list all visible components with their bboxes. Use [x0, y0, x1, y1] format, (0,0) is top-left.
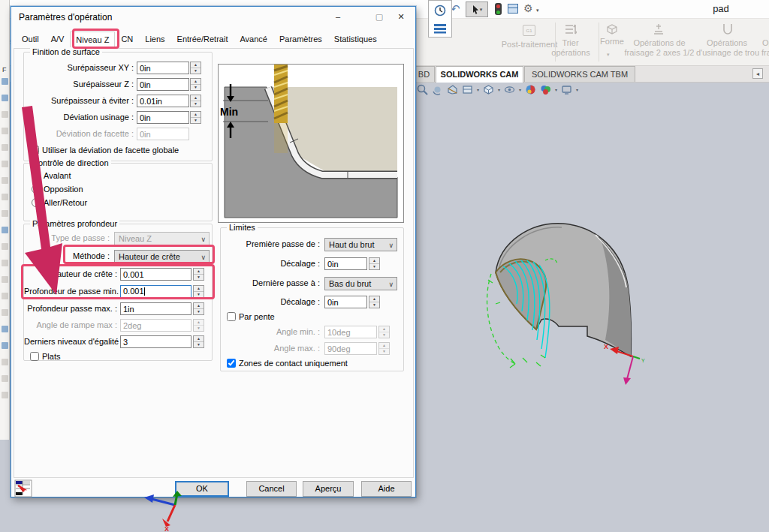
profondeur-passe-max-input[interactable]: [120, 302, 191, 315]
ribbon-sort-line1[interactable]: Trier: [550, 38, 591, 47]
cam-operation-icon[interactable]: [2, 111, 8, 118]
tab-outil[interactable]: Outil: [16, 31, 45, 47]
radio[interactable]: [32, 198, 41, 207]
shape-dropdown-caret-icon[interactable]: ▾: [607, 52, 610, 58]
cam-operation-icon[interactable]: [2, 276, 8, 283]
tab-statistiques[interactable]: Statistiques: [328, 31, 383, 47]
surepaisseur-z-input[interactable]: [137, 78, 189, 91]
zoom-fit-icon[interactable]: [416, 83, 429, 96]
dialog-titlebar[interactable]: Paramètres d'opération – ▢ ✕: [11, 7, 415, 28]
minimize-icon[interactable]: –: [324, 7, 352, 26]
gear-icon[interactable]: ⚙: [523, 2, 533, 14]
checkbox[interactable]: [30, 352, 39, 361]
annotation-views-caret-icon[interactable]: ▾: [477, 87, 479, 92]
cam-operation-icon[interactable]: [2, 194, 8, 200]
spinner[interactable]: ▲▼: [193, 302, 204, 315]
surepaisseur-xy-input[interactable]: [137, 62, 189, 74]
spinner[interactable]: ▲▼: [193, 268, 204, 281]
cam-operation-icon[interactable]: [2, 128, 8, 134]
derniere-passe-combo[interactable]: Bas du brut ∨: [324, 277, 397, 290]
premiere-passe-combo[interactable]: Haut du brut ∨: [324, 238, 397, 251]
tab-entree-retrait[interactable]: Entrée/Retrait: [171, 31, 234, 47]
cam-operation-icon[interactable]: [2, 392, 8, 398]
derniers-niveaux-input[interactable]: [120, 335, 191, 348]
annotation-views-icon[interactable]: [461, 83, 474, 96]
close-icon[interactable]: ✕: [387, 7, 415, 26]
tab-niveau-z[interactable]: Niveau Z: [70, 32, 115, 48]
tab-solidworks-cam-tbm[interactable]: SOLIDWORKS CAM TBM: [524, 66, 635, 82]
tab-cn[interactable]: CN: [115, 31, 139, 47]
cam-operation-icon[interactable]: [2, 210, 8, 217]
hauteur-de-crete-input[interactable]: [120, 268, 191, 281]
cam-operation-icon[interactable]: [2, 78, 8, 85]
spinner[interactable]: ▲▼: [190, 62, 201, 74]
collapse-pane-icon[interactable]: ◂: [752, 68, 763, 79]
cam-operation-icon[interactable]: [2, 326, 8, 332]
tab-avance[interactable]: Avancé: [234, 31, 273, 47]
cam-operation-icon[interactable]: [2, 375, 8, 382]
radio-opposition[interactable]: Opposition: [32, 185, 83, 194]
decalage-bas-input[interactable]: [324, 296, 367, 308]
cam-operation-icon[interactable]: [2, 293, 8, 299]
rotate-view-icon[interactable]: [431, 83, 444, 96]
cam-operation-icon[interactable]: [2, 144, 8, 151]
spinner[interactable]: ▲▼: [190, 111, 201, 124]
display-settings-caret-icon[interactable]: ▾: [576, 87, 578, 92]
radio-aller-retour[interactable]: Aller/Retour: [32, 198, 87, 207]
table-icon[interactable]: [508, 4, 518, 14]
appearance-sphere-icon[interactable]: [524, 83, 537, 96]
select-tool-button[interactable]: ▾: [466, 2, 488, 17]
deviation-usinage-input[interactable]: [137, 111, 189, 124]
tab-av[interactable]: A/V: [45, 31, 71, 47]
cam-operation-icon[interactable]: [2, 177, 8, 184]
history-clock-icon[interactable]: [433, 4, 447, 17]
ribbon-mill-line1[interactable]: Opérations de: [625, 38, 694, 47]
radio[interactable]: [32, 185, 41, 194]
tab-parametres[interactable]: Paramètres: [273, 31, 328, 47]
cancel-button[interactable]: Cancel: [246, 481, 297, 497]
decalage-haut-input[interactable]: [324, 257, 367, 270]
cam-operation-icon[interactable]: [2, 342, 8, 349]
plats-checkbox[interactable]: Plats: [30, 352, 60, 361]
traffic-light-icon[interactable]: [495, 3, 502, 15]
display-style-caret-icon[interactable]: ▾: [519, 87, 521, 92]
radio[interactable]: [32, 171, 41, 180]
surepaisseur-eviter-input[interactable]: [137, 95, 189, 107]
help-button[interactable]: Aide: [361, 481, 412, 497]
checkbox[interactable]: [227, 359, 236, 368]
ok-button[interactable]: OK: [175, 481, 229, 497]
cam-operation-icon[interactable]: [2, 243, 8, 250]
section-view-icon[interactable]: [446, 83, 459, 96]
display-settings-icon[interactable]: [560, 83, 573, 96]
spinner[interactable]: ▲▼: [190, 78, 201, 91]
cam-operation-icon[interactable]: [2, 359, 8, 365]
cam-operation-icon[interactable]: [2, 95, 8, 101]
chevron-down-icon[interactable]: ∨: [201, 251, 206, 263]
gear-dropdown-caret-icon[interactable]: ▾: [536, 8, 539, 14]
checkbox[interactable]: [30, 146, 39, 155]
preview-button[interactable]: Aperçu: [303, 481, 354, 497]
spinner[interactable]: ▲▼: [193, 285, 204, 298]
zones-contact-checkbox[interactable]: Zones de contact uniquement: [227, 359, 348, 368]
chevron-down-icon[interactable]: ∨: [388, 278, 394, 290]
cam-operation-icon[interactable]: [2, 161, 8, 167]
tab-liens[interactable]: Liens: [139, 31, 170, 47]
spinner[interactable]: ▲▼: [369, 296, 380, 308]
ribbon-shape[interactable]: Forme: [596, 37, 629, 46]
spinner[interactable]: ▲▼: [193, 335, 204, 348]
cam-operation-icon[interactable]: [2, 227, 8, 233]
facette-globale-checkbox[interactable]: Utiliser la déviation de facette globale: [30, 146, 179, 155]
ribbon-hole-line1[interactable]: Opérations: [697, 38, 757, 47]
scene-settings-caret-icon[interactable]: ▾: [555, 87, 557, 92]
scene-settings-icon[interactable]: [539, 83, 552, 96]
profondeur-passe-min-input[interactable]: 0.001: [120, 285, 191, 298]
cam-operation-icon[interactable]: [2, 260, 8, 266]
cursor-dropdown-caret-icon[interactable]: ▾: [480, 7, 483, 13]
par-pente-checkbox[interactable]: Par pente: [227, 312, 275, 321]
stack-lines-icon[interactable]: [433, 23, 447, 34]
spinner[interactable]: ▲▼: [190, 95, 201, 107]
parameters-table-icon[interactable]: [14, 479, 32, 497]
view-orientation-caret-icon[interactable]: ▾: [498, 87, 500, 92]
radio-avalant[interactable]: Avalant: [32, 171, 71, 180]
chevron-down-icon[interactable]: ∨: [388, 239, 394, 251]
